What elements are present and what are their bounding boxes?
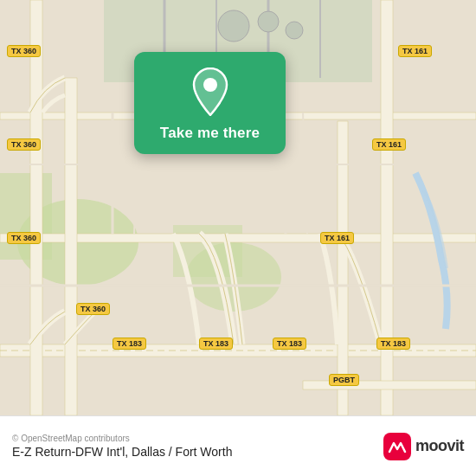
location-name: E-Z Return-DFW Int'l, Dallas / Fort Wort… (12, 445, 232, 459)
bottom-info: © OpenStreetMap contributors E-Z Return-… (12, 434, 232, 459)
moovit-icon (383, 433, 411, 460)
moovit-text: moovit (415, 437, 464, 455)
map-view[interactable]: TX 360 TX 360 TX 360 TX 360 TX 161 TX 16… (0, 0, 476, 415)
svg-rect-29 (383, 433, 411, 460)
road-badge-tx161-mr2: TX 161 (320, 232, 354, 244)
take-me-there-button[interactable]: Take me there (160, 125, 260, 142)
road-badge-tx360-bl: TX 360 (7, 232, 41, 244)
location-card[interactable]: Take me there (134, 52, 286, 154)
road-badge-tx183-bm: TX 183 (199, 338, 233, 350)
location-pin-icon (190, 68, 230, 116)
road-badge-tx161-tr: TX 161 (398, 45, 432, 57)
road-badge-tx360-ml: TX 360 (7, 138, 41, 151)
road-badge-pgbt: PGBT (329, 374, 359, 386)
road-badge-tx183-bm2: TX 183 (273, 338, 306, 350)
road-badge-tx161-mr: TX 161 (372, 138, 406, 151)
copyright: © OpenStreetMap contributors (12, 434, 232, 443)
svg-rect-19 (381, 0, 393, 415)
svg-point-28 (203, 78, 217, 92)
bottom-bar: © OpenStreetMap contributors E-Z Return-… (0, 415, 476, 476)
svg-rect-17 (30, 0, 42, 415)
svg-rect-2 (0, 173, 52, 260)
svg-point-12 (286, 22, 303, 39)
road-badge-tx360-tl: TX 360 (7, 45, 41, 57)
svg-rect-18 (65, 78, 77, 415)
road-badge-tx183-bl: TX 183 (113, 338, 146, 350)
moovit-logo: moovit (383, 433, 464, 460)
road-badge-tx360-bl2: TX 360 (76, 303, 110, 315)
svg-point-11 (258, 11, 279, 32)
svg-point-10 (218, 10, 249, 42)
road-badge-tx183-br: TX 183 (376, 338, 410, 350)
